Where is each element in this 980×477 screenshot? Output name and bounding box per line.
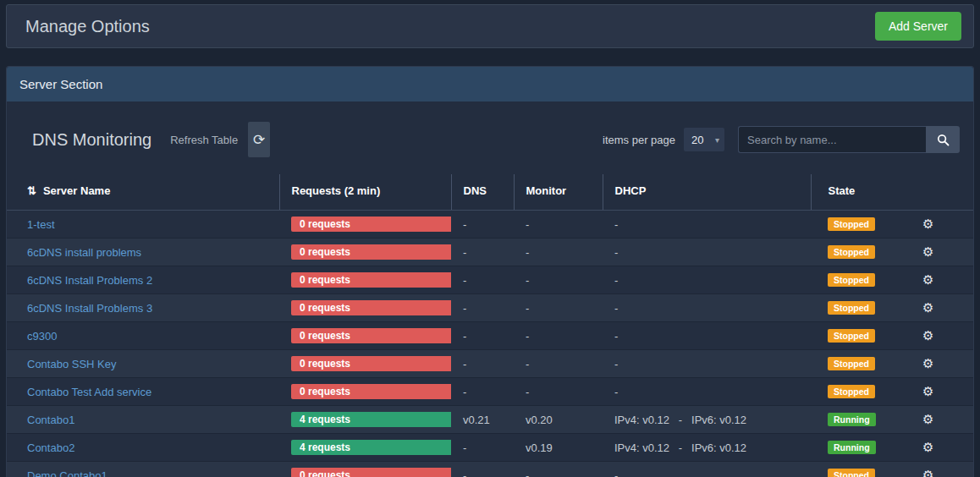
search-group — [738, 126, 960, 153]
dns-version: - — [451, 462, 514, 477]
dhcp-versions: - — [603, 378, 811, 406]
server-name-link[interactable]: 6cDNS Install Problems 2 — [27, 274, 152, 287]
requests-badge: 0 requests — [291, 300, 451, 315]
server-name-link[interactable]: Contabo1 — [27, 414, 74, 426]
server-name-link[interactable]: Demo Contabo1 — [27, 469, 107, 477]
table-header: ⇅Server Name Requests (2 min) DNS Monito… — [7, 174, 973, 211]
requests-badge: 0 requests — [291, 384, 451, 399]
table-toolbar: DNS Monitoring Refresh Table ⟳ items per… — [7, 101, 973, 174]
column-header-requests: Requests (2 min) — [279, 174, 451, 211]
refresh-table-label: Refresh Table — [170, 134, 238, 146]
dhcp-versions: - — [603, 266, 811, 294]
requests-badge: 0 requests — [291, 468, 451, 477]
requests-badge: 4 requests — [291, 440, 451, 455]
add-server-button[interactable]: Add Server — [875, 12, 961, 41]
monitor-version: - — [514, 462, 603, 477]
dns-version: - — [451, 322, 514, 350]
state-badge: Stopped — [828, 217, 875, 231]
sort-icon[interactable]: ⇅ — [27, 184, 36, 197]
requests-badge: 0 requests — [291, 356, 451, 371]
requests-badge: 0 requests — [291, 244, 451, 260]
requests-badge: 0 requests — [291, 217, 451, 232]
dhcp-versions: - — [603, 462, 811, 477]
requests-badge: 4 requests — [291, 412, 451, 427]
dhcp-versions: - — [603, 322, 811, 350]
gear-icon[interactable]: ⚙ — [922, 300, 933, 315]
panel-header: Server Section — [7, 67, 973, 101]
dns-version: - — [451, 350, 514, 378]
page-title: Manage Options — [25, 17, 150, 36]
items-per-page-select[interactable]: 20 ▾ — [684, 128, 724, 151]
dhcp-versions: - — [603, 211, 811, 238]
dns-version: - — [451, 378, 514, 406]
dns-version: - — [451, 238, 514, 266]
toolbar-left: DNS Monitoring Refresh Table ⟳ — [32, 122, 270, 157]
state-badge: Stopped — [828, 357, 875, 370]
refresh-icon: ⟳ — [253, 133, 265, 147]
gear-icon[interactable]: ⚙ — [922, 356, 933, 370]
state-badge: Running — [828, 413, 876, 426]
monitor-version: v0.19 — [514, 434, 603, 462]
refresh-table-button[interactable]: ⟳ — [248, 122, 270, 157]
dhcp-versions: IPv4: v0.12 - IPv6: v0.12 — [603, 434, 811, 462]
server-table-body: 1-test 0 requests - - - Stopped ⚙ 6cDNS … — [7, 211, 973, 477]
dns-version: v0.21 — [451, 406, 514, 434]
state-badge: Stopped — [828, 273, 875, 287]
server-name-link[interactable]: Contabo Test Add service — [27, 386, 151, 398]
search-icon — [937, 134, 950, 146]
state-badge: Stopped — [828, 245, 875, 259]
server-name-link[interactable]: 1-test — [27, 218, 55, 231]
gear-icon[interactable]: ⚙ — [922, 328, 933, 343]
dhcp-versions: - — [603, 294, 811, 322]
state-badge: Stopped — [828, 469, 875, 477]
dhcp-versions: - — [603, 350, 811, 378]
gear-icon[interactable]: ⚙ — [922, 217, 933, 231]
server-name-link[interactable]: 6cDNS install problems — [27, 246, 141, 259]
monitor-version: - — [514, 266, 603, 294]
column-header-monitor: Monitor — [514, 174, 603, 211]
monitor-version: - — [514, 294, 603, 322]
column-header-state: State — [811, 174, 899, 211]
dhcp-versions: - — [603, 238, 811, 266]
state-badge: Running — [828, 441, 876, 454]
state-badge: Stopped — [828, 385, 875, 398]
table-row: Demo Contabo1 0 requests - - - Stopped ⚙ — [7, 462, 973, 477]
page-header: Manage Options Add Server — [6, 4, 974, 48]
table-row: 6cDNS Install Problems 3 0 requests - - … — [7, 294, 973, 322]
server-name-link[interactable]: 6cDNS Install Problems 3 — [27, 302, 152, 315]
server-name-link[interactable]: Contabo2 — [27, 441, 74, 454]
toolbar-right: items per page 20 ▾ — [603, 126, 960, 153]
gear-icon[interactable]: ⚙ — [922, 412, 933, 426]
monitor-version: - — [514, 350, 603, 378]
server-name-link[interactable]: Contabo SSH Key — [27, 358, 117, 370]
gear-icon[interactable]: ⚙ — [922, 440, 933, 454]
dns-version: - — [451, 266, 514, 294]
search-input[interactable] — [738, 126, 926, 153]
section-title: DNS Monitoring — [32, 130, 151, 150]
gear-icon[interactable]: ⚙ — [922, 244, 933, 259]
monitor-version: - — [514, 211, 603, 238]
requests-badge: 0 requests — [291, 328, 451, 343]
monitor-version: - — [514, 238, 603, 266]
state-badge: Stopped — [828, 301, 875, 315]
chevron-down-icon: ▾ — [715, 135, 719, 145]
gear-icon[interactable]: ⚙ — [922, 468, 933, 477]
dns-version: - — [451, 211, 514, 238]
items-per-page-value: 20 — [691, 134, 703, 146]
table-row: Contabo1 4 requests v0.21 v0.20 IPv4: v0… — [7, 406, 973, 434]
table-row: 1-test 0 requests - - - Stopped ⚙ — [7, 211, 973, 238]
monitor-version: v0.20 — [514, 406, 603, 434]
gear-icon[interactable]: ⚙ — [922, 384, 933, 398]
dhcp-versions: IPv4: v0.12 - IPv6: v0.12 — [603, 406, 811, 434]
table-row: Contabo2 4 requests - v0.19 IPv4: v0.12 … — [7, 434, 973, 462]
server-name-link[interactable]: c9300 — [27, 330, 57, 343]
column-header-dns: DNS — [451, 174, 514, 211]
table-row: Contabo SSH Key 0 requests - - - Stopped… — [7, 350, 973, 378]
column-header-actions — [899, 174, 973, 211]
column-header-dhcp: DHCP — [603, 174, 811, 211]
dns-version: - — [451, 434, 514, 462]
gear-icon[interactable]: ⚙ — [922, 272, 933, 287]
dns-version: - — [451, 294, 514, 322]
panel-title: Server Section — [19, 77, 102, 91]
search-button[interactable] — [926, 126, 960, 153]
